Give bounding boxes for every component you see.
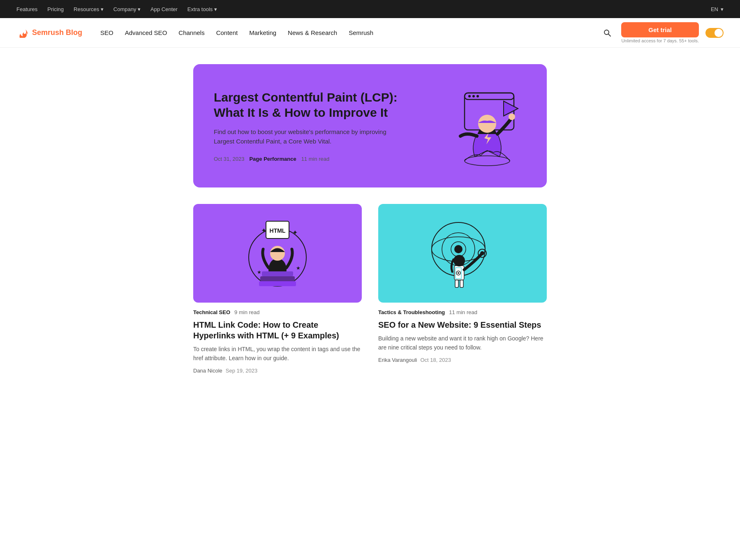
article-2-title: SEO for a New Website: 9 Essential Steps	[378, 319, 547, 330]
language-selector[interactable]: EN ▾	[711, 6, 724, 12]
featured-article-image	[419, 85, 526, 167]
svg-point-28	[454, 245, 462, 253]
get-trial-button[interactable]: Get trial	[621, 22, 699, 37]
svg-point-34	[458, 272, 459, 274]
svg-point-14	[270, 246, 285, 261]
top-nav-extra-tools[interactable]: Extra tools ▾	[187, 6, 217, 12]
search-button[interactable]	[600, 25, 615, 40]
svg-rect-19	[259, 281, 296, 286]
article-1-read-time: 9 min read	[234, 309, 259, 315]
top-nav-app-center[interactable]: App Center	[150, 6, 178, 12]
svg-text:★: ★	[257, 269, 261, 275]
top-navigation: Features Pricing Resources ▾ Company ▾ A…	[0, 0, 740, 18]
svg-rect-35	[455, 280, 458, 287]
article-2-meta: Tactics & Troubleshooting 11 min read	[378, 309, 547, 315]
featured-date: Oct 31, 2023	[214, 156, 244, 162]
article-html-link-code[interactable]: HTML ✦ ✦ ★ ★ Technical SEO 9 min read HT…	[193, 204, 362, 374]
svg-rect-36	[460, 280, 463, 287]
featured-read-time: 11 min read	[301, 156, 330, 162]
svg-point-6	[476, 95, 479, 97]
semrush-flame-icon	[16, 26, 30, 39]
article-1-title: HTML Link Code: How to Create Hyperlinks…	[193, 319, 362, 341]
svg-point-5	[472, 95, 475, 97]
top-nav-resources[interactable]: Resources ▾	[74, 6, 104, 12]
svg-text:HTML: HTML	[270, 227, 286, 234]
svg-text:★: ★	[296, 265, 301, 271]
article-2-author-meta: Erika Varangouli Oct 18, 2023	[378, 357, 547, 363]
svg-point-9	[478, 115, 496, 133]
nav-marketing[interactable]: Marketing	[244, 26, 281, 39]
nav-advanced-seo[interactable]: Advanced SEO	[120, 26, 172, 39]
article-2-date: Oct 18, 2023	[420, 357, 451, 363]
article-1-category: Technical SEO	[193, 309, 230, 315]
article-2-read-time: 11 min read	[449, 309, 477, 315]
nav-right-section: Get trial Unlimited access for 7 days. 5…	[600, 22, 724, 43]
featured-article-meta: Oct 31, 2023 Page Performance 11 min rea…	[214, 156, 403, 162]
article-1-image: HTML ✦ ✦ ★ ★	[193, 204, 362, 303]
nav-seo[interactable]: SEO	[95, 26, 118, 39]
nav-channels[interactable]: Channels	[173, 26, 209, 39]
main-navigation: Semrush Blog SEO Advanced SEO Channels C…	[0, 18, 740, 48]
featured-article-content: Largest Contentful Paint (LCP): What It …	[214, 90, 403, 162]
search-icon	[603, 29, 611, 37]
svg-text:✦: ✦	[292, 229, 298, 236]
cta-section: Get trial Unlimited access for 7 days. 5…	[621, 22, 699, 43]
featured-article-desc: Find out how to boost your website's per…	[214, 127, 403, 146]
featured-article[interactable]: Largest Contentful Paint (LCP): What It …	[193, 64, 547, 187]
top-nav-pricing[interactable]: Pricing	[47, 6, 64, 12]
article-1-desc: To create links in HTML, you wrap the co…	[193, 345, 362, 363]
svg-text:✦: ✦	[261, 227, 266, 234]
article-seo-new-website[interactable]: Tactics & Troubleshooting 11 min read SE…	[378, 204, 547, 374]
svg-point-4	[468, 95, 471, 97]
top-nav-features[interactable]: Features	[16, 6, 37, 12]
svg-rect-20	[260, 276, 295, 281]
svg-point-10	[509, 113, 515, 120]
nav-content[interactable]: Content	[211, 26, 243, 39]
theme-toggle[interactable]	[705, 28, 724, 38]
featured-category: Page Performance	[249, 156, 296, 162]
article-grid: HTML ✦ ✦ ★ ★ Technical SEO 9 min read HT…	[193, 204, 547, 374]
svg-point-11	[465, 156, 510, 166]
article-1-author-meta: Dana Nicole Sep 19, 2023	[193, 368, 362, 374]
html-illustration: HTML ✦ ✦ ★ ★	[236, 212, 319, 294]
top-nav-company[interactable]: Company ▾	[113, 6, 141, 12]
nav-semrush[interactable]: Semrush	[344, 26, 378, 39]
article-1-author: Dana Nicole	[193, 368, 222, 374]
svg-point-32	[480, 251, 484, 255]
superhero-illustration	[423, 85, 522, 167]
main-content: Largest Contentful Paint (LCP): What It …	[185, 48, 555, 390]
article-2-category: Tactics & Troubleshooting	[378, 309, 445, 315]
svg-point-30	[453, 255, 465, 266]
article-2-desc: Building a new website and want it to ra…	[378, 334, 547, 352]
article-1-meta: Technical SEO 9 min read	[193, 309, 362, 315]
seo-illustration	[421, 212, 504, 294]
nav-news-research[interactable]: News & Research	[283, 26, 342, 39]
svg-point-0	[604, 30, 609, 35]
article-1-date: Sep 19, 2023	[226, 368, 257, 374]
trial-subtitle: Unlimited access for 7 days. 55+ tools.	[621, 38, 699, 43]
svg-line-1	[608, 34, 610, 36]
main-nav-links: SEO Advanced SEO Channels Content Market…	[95, 26, 600, 39]
article-2-author: Erika Varangouli	[378, 357, 417, 363]
featured-article-title: Largest Contentful Paint (LCP): What It …	[214, 90, 403, 120]
svg-rect-3	[465, 93, 514, 100]
logo-text: Semrush Blog	[32, 28, 82, 37]
logo[interactable]: Semrush Blog	[16, 26, 82, 39]
svg-rect-21	[262, 271, 293, 276]
article-2-image	[378, 204, 547, 303]
